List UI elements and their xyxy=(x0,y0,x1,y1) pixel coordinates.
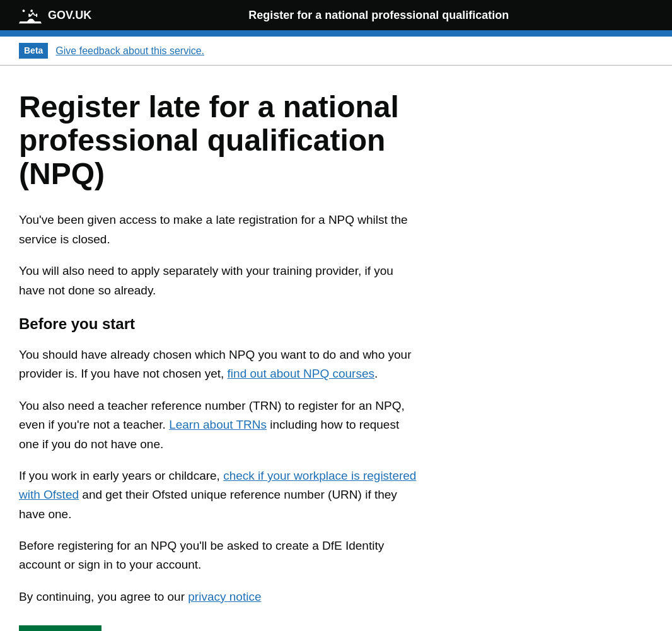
service-name: Register for a national professional qua… xyxy=(104,7,653,24)
para-ofsted: If you work in early years or childcare,… xyxy=(19,466,422,524)
main-content: Register late for a national professiona… xyxy=(0,66,441,631)
blue-accent-bar xyxy=(0,30,672,37)
learn-trns-link[interactable]: Learn about TRNs xyxy=(169,418,267,431)
intro-para-1: You've been given access to make a late … xyxy=(19,211,422,249)
before-you-start-heading: Before you start xyxy=(19,313,422,335)
para-privacy: By continuing, you agree to our privacy … xyxy=(19,588,422,606)
gov-uk-logo-text: GOV.UK xyxy=(48,7,91,24)
start-now-button[interactable]: Start now xyxy=(19,625,101,631)
gov-uk-logo[interactable]: GOV.UK xyxy=(19,5,91,25)
beta-tag: Beta xyxy=(19,43,48,59)
intro-para-2: You will also need to apply separately w… xyxy=(19,262,422,300)
site-header: GOV.UK Register for a national professio… xyxy=(0,0,672,30)
npq-courses-link[interactable]: find out about NPQ courses xyxy=(228,367,374,380)
crown-icon xyxy=(19,5,42,25)
privacy-para-start: By continuing, you agree to our xyxy=(19,590,188,603)
para-1-end: . xyxy=(374,367,378,380)
feedback-link[interactable]: Give feedback about this service. xyxy=(55,43,204,59)
para-3-start-text: If you work in early years or childcare, xyxy=(19,469,223,482)
para-dfe-identity: Before registering for an NPQ you'll be … xyxy=(19,536,422,575)
page-title: Register late for a national professiona… xyxy=(19,91,422,190)
para-npq-courses: You should have already chosen which NPQ… xyxy=(19,345,422,384)
privacy-notice-link[interactable]: privacy notice xyxy=(188,590,261,603)
beta-banner: Beta Give feedback about this service. xyxy=(0,37,672,66)
para-trn: You also need a teacher reference number… xyxy=(19,397,422,454)
